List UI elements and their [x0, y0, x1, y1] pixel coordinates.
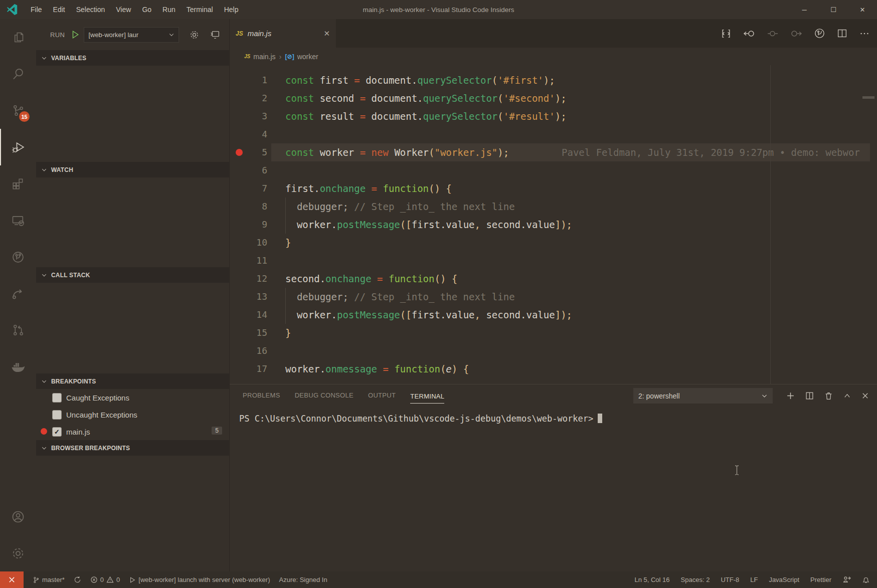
activity-item-accounts[interactable] [0, 498, 36, 535]
token: postMessage [337, 219, 400, 230]
code-line-6[interactable]: 6 [230, 161, 877, 179]
code-line-5[interactable]: 5const worker = new Worker("worker.js");… [230, 143, 877, 161]
token: '#result' [503, 111, 555, 122]
status-indentation[interactable]: Spaces: 2 [681, 576, 710, 583]
menu-help[interactable]: Help [219, 0, 244, 19]
status-cursor-position[interactable]: Ln 5, Col 16 [634, 576, 669, 583]
debug-settings-gear-icon[interactable] [189, 30, 200, 40]
maximize-panel-icon[interactable] [843, 392, 851, 400]
line-number: 15 [230, 324, 267, 342]
code-line-14[interactable]: 14 worker.postMessage([first.value, seco… [230, 306, 877, 324]
activity-item-docker[interactable] [0, 348, 36, 385]
next-change-icon[interactable] [790, 28, 802, 40]
run-script-icon[interactable] [814, 28, 825, 39]
menu-go[interactable]: Go [136, 0, 157, 19]
breakpoint-checkbox[interactable]: ✓ [52, 427, 62, 437]
status-formatter[interactable]: Prettier [810, 576, 831, 583]
new-terminal-icon[interactable] [786, 391, 795, 400]
token: = [354, 75, 360, 86]
section-label: WATCH [51, 166, 73, 173]
status-launch-status[interactable]: [web-worker] launch with server (web-wor… [129, 576, 270, 583]
maximize-button[interactable]: ☐ [819, 0, 848, 19]
start-debug-button[interactable] [71, 30, 80, 39]
status-problems[interactable]: 00 [90, 576, 120, 583]
activity-item-explorer[interactable] [0, 19, 36, 56]
code-line-1[interactable]: 1const first = document.querySelector('#… [230, 71, 877, 89]
code-editor[interactable]: 1const first = document.querySelector('#… [230, 65, 877, 384]
close-button[interactable]: ✕ [848, 0, 877, 19]
code-line-10[interactable]: 10} [230, 234, 877, 252]
split-terminal-icon[interactable] [805, 391, 814, 400]
launch-config-select[interactable]: [web-worker] laur [84, 27, 179, 43]
activity-item-source-control[interactable]: 15 [0, 92, 36, 129]
panel-tab-debug-console[interactable]: DEBUG CONSOLE [295, 391, 354, 400]
menu-view[interactable]: View [110, 0, 136, 19]
code-line-3[interactable]: 3const result = document.querySelector('… [230, 107, 877, 125]
breakpoint-row[interactable]: ✓main.js5 [36, 423, 229, 440]
activity-item-remote-explorer[interactable] [0, 202, 36, 239]
code-line-15[interactable]: 15} [230, 324, 877, 342]
code-line-8[interactable]: 8 debugger; // Step _into_ the next line [230, 198, 877, 216]
current-change-icon[interactable] [767, 28, 779, 40]
breakpoint-checkbox[interactable] [52, 410, 62, 420]
section-header-watch[interactable]: WATCH [36, 162, 229, 177]
code-line-4[interactable]: 4 [230, 125, 877, 143]
code-line-17[interactable]: 17worker.onmessage = function(e) { [230, 360, 877, 378]
tab-close-icon[interactable]: ✕ [323, 29, 330, 38]
status-azure-status[interactable]: Azure: Signed In [279, 576, 327, 583]
code-line-7[interactable]: 7first.onchange = function() { [230, 179, 877, 198]
minimize-button[interactable]: ─ [790, 0, 819, 19]
terminal-prompt: PS C:\Users\Connor\Documents\Github\vsco… [239, 414, 593, 424]
breadcrumb-symbol[interactable]: worker [297, 53, 318, 61]
breadcrumb-file[interactable]: main.js [253, 53, 275, 61]
status-git-branch[interactable]: master* [33, 576, 65, 583]
breakpoint-checkbox[interactable] [52, 393, 62, 403]
activity-item-live-share[interactable] [0, 275, 36, 312]
section-header-browser-breakpoints[interactable]: BROWSER BREAKPOINTS [36, 440, 229, 456]
mouse-ibeam-cursor [734, 465, 740, 476]
menu-run[interactable]: Run [157, 0, 181, 19]
activity-item-search[interactable] [0, 56, 36, 92]
breakpoint-row[interactable]: Caught Exceptions [36, 389, 229, 406]
more-actions-icon[interactable] [859, 28, 870, 39]
terminal-select[interactable]: 2: powershell [633, 388, 773, 404]
remote-indicator[interactable] [0, 571, 24, 588]
menu-edit[interactable]: Edit [48, 0, 71, 19]
code-line-2[interactable]: 2const second = document.querySelector('… [230, 89, 877, 107]
menu-terminal[interactable]: Terminal [181, 0, 219, 19]
activity-item-extensions[interactable] [0, 165, 36, 202]
status-feedback[interactable] [842, 575, 851, 584]
section-header-variables[interactable]: VARIABLES [36, 50, 229, 66]
section-header-breakpoints[interactable]: BREAKPOINTS [36, 373, 229, 389]
terminal-output[interactable]: PS C:\Users\Connor\Documents\Github\vsco… [230, 407, 877, 424]
panel-tab-terminal[interactable]: TERMINAL [410, 393, 444, 404]
status-sync[interactable] [74, 576, 81, 583]
menu-file[interactable]: File [25, 0, 48, 19]
activity-item-run-circle[interactable] [0, 239, 36, 275]
status-encoding[interactable]: UTF-8 [721, 576, 739, 583]
kill-terminal-icon[interactable] [824, 391, 833, 400]
status-language-mode[interactable]: JavaScript [769, 576, 799, 583]
code-line-12[interactable]: 12second.onchange = function() { [230, 270, 877, 288]
code-line-9[interactable]: 9 worker.postMessage([first.value, secon… [230, 216, 877, 234]
breakpoint-row[interactable]: Uncaught Exceptions [36, 406, 229, 423]
panel-tab-problems[interactable]: PROBLEMS [243, 391, 280, 400]
panel-tab-output[interactable]: OUTPUT [368, 391, 396, 400]
previous-change-icon[interactable] [743, 28, 755, 40]
status-eol[interactable]: LF [750, 576, 758, 583]
code-line-16[interactable]: 16 [230, 342, 877, 360]
activity-item-settings[interactable] [0, 535, 36, 571]
menu-selection[interactable]: Selection [71, 0, 111, 19]
open-debug-console-icon[interactable] [210, 29, 221, 40]
tab-main-js[interactable]: JS main.js ✕ [230, 19, 336, 48]
status-notifications[interactable] [862, 576, 870, 584]
breadcrumb[interactable]: JS main.js › [⊘] worker [230, 48, 877, 65]
open-changes-icon[interactable] [721, 28, 732, 39]
close-panel-icon[interactable] [861, 392, 869, 400]
code-line-11[interactable]: 11 [230, 252, 877, 270]
activity-item-run-and-debug[interactable] [0, 129, 36, 165]
split-editor-icon[interactable] [837, 28, 847, 39]
activity-item-pull-requests[interactable] [0, 312, 36, 348]
code-line-13[interactable]: 13 debugger; // Step _into_ the next lin… [230, 288, 877, 306]
section-header-call-stack[interactable]: CALL STACK [36, 267, 229, 283]
